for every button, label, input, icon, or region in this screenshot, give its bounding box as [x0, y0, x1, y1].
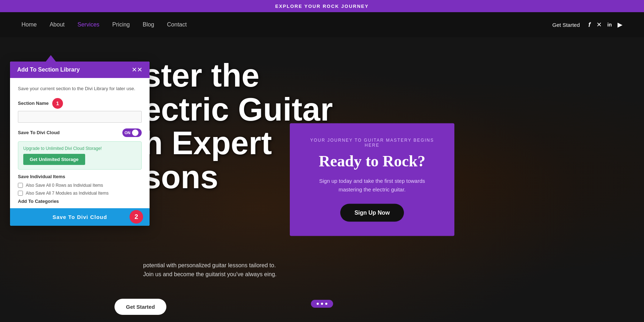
nav-pricing[interactable]: Pricing	[112, 21, 130, 28]
modal-close-button[interactable]: ✕	[132, 67, 142, 73]
cta-label: YOUR JOURNEY TO GUITAR MASTERY BEGINS HE…	[308, 138, 436, 148]
section-name-input[interactable]	[18, 111, 142, 123]
save-individual-items-label: Save Individual Items	[18, 174, 142, 179]
modal-title: Add To Section Library	[17, 67, 80, 73]
nav-blog[interactable]: Blog	[143, 21, 154, 28]
modal-overlay: Add To Section Library ✕ Save your curre…	[10, 55, 150, 226]
modal-header: Add To Section Library ✕	[10, 62, 150, 78]
dot-1	[317, 303, 319, 305]
step1-badge: 1	[52, 98, 63, 109]
nav-right: Get Started f ✕ in ▶	[552, 21, 623, 29]
floating-dots	[311, 300, 333, 308]
get-unlimited-storage-button[interactable]: Get Unlimited Storage	[23, 154, 85, 165]
nav-contact[interactable]: Contact	[167, 21, 187, 28]
add-to-section-library-modal: Add To Section Library ✕ Save your curre…	[10, 62, 150, 226]
modal-description: Save your current section to the Divi Li…	[18, 85, 142, 92]
step2-badge: 2	[130, 210, 143, 224]
add-to-categories-label: Add To Categories	[18, 199, 142, 208]
save-to-divi-cloud-button[interactable]: Save To Divi Cloud	[53, 214, 107, 220]
nav-social-icons: f ✕ in ▶	[589, 21, 623, 29]
nav-about[interactable]: About	[50, 21, 65, 28]
toggle-on-label: ON	[125, 131, 131, 135]
get-started-bubble[interactable]: Get Started	[114, 299, 166, 315]
divi-cloud-toggle[interactable]: ON	[122, 128, 142, 137]
signup-button[interactable]: Sign Up Now	[340, 204, 404, 222]
navbar: Home About Services Pricing Blog Contact…	[0, 12, 644, 37]
save-modules-label: Also Save All 7 Modules as Individual It…	[26, 191, 108, 196]
save-cloud-label: Save To Divi Cloud	[18, 130, 60, 135]
linkedin-icon[interactable]: in	[608, 22, 612, 28]
youtube-icon[interactable]: ▶	[618, 21, 623, 29]
nav-home[interactable]: Home	[21, 21, 37, 28]
cta-title: Ready to Rock?	[308, 152, 436, 170]
hero-title-line2: ectric Guitar	[143, 93, 333, 127]
section-name-label: Section Name 1	[18, 98, 142, 109]
nav-links: Home About Services Pricing Blog Contact	[21, 21, 187, 28]
cta-description: Sign up today and take the first step to…	[308, 177, 436, 194]
banner-text: EXPLORE YOUR ROCK JOURNEY	[275, 4, 369, 9]
save-rows-label: Also Save All 0 Rows as Individual Items	[26, 183, 103, 188]
hero-title-line1: ster the	[143, 59, 333, 93]
save-modules-checkbox[interactable]	[18, 191, 23, 196]
upgrade-text: Upgrade to Unlimited Divi Cloud Storage!	[23, 146, 136, 151]
hero-section: ster the ectric Guitar h Expert sons pot…	[0, 37, 644, 322]
modal-footer: Save To Divi Cloud 2	[10, 208, 150, 226]
dot-2	[321, 303, 323, 305]
checkbox-row-modules: Also Save All 7 Modules as Individual It…	[18, 191, 142, 196]
twitter-icon[interactable]: ✕	[596, 21, 602, 29]
checkbox-row-rows: Also Save All 0 Rows as Individual Items	[18, 183, 142, 188]
top-banner: EXPLORE YOUR ROCK JOURNEY	[0, 0, 644, 12]
nav-services[interactable]: Services	[78, 21, 99, 28]
cta-card: YOUR JOURNEY TO GUITAR MASTERY BEGINS HE…	[290, 123, 454, 236]
toggle-knob	[132, 130, 138, 136]
modal-arrow	[46, 55, 56, 62]
facebook-icon[interactable]: f	[589, 21, 591, 29]
save-rows-checkbox[interactable]	[18, 183, 23, 188]
section-name-text: Section Name	[18, 101, 49, 106]
dot-3	[325, 303, 327, 305]
hero-subtitle: potential with personalized guitar lesso…	[143, 261, 279, 279]
nav-get-started[interactable]: Get Started	[552, 22, 580, 28]
save-to-divi-cloud-row: Save To Divi Cloud ON	[18, 128, 142, 137]
modal-body: Save your current section to the Divi Li…	[10, 78, 150, 208]
upgrade-box: Upgrade to Unlimited Divi Cloud Storage!…	[18, 141, 142, 170]
